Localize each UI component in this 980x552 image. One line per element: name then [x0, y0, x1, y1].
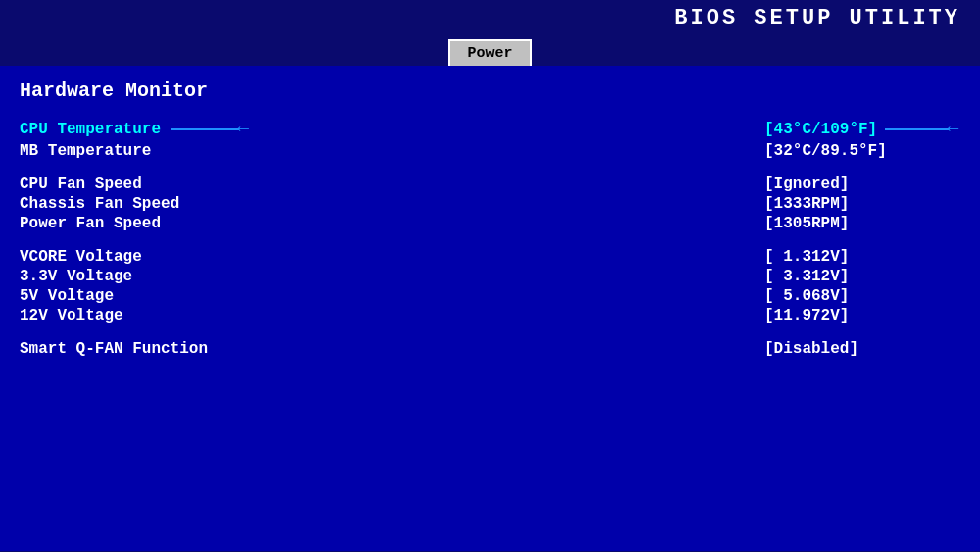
- label-arrow-icon: ←: [171, 118, 249, 140]
- tab-bar: Power: [0, 34, 980, 66]
- main-content: Hardware Monitor CPU Temperature ← [43°C…: [0, 66, 980, 551]
- cpu-temperature-row: CPU Temperature ← [43°C/109°F] ←: [20, 118, 960, 140]
- mb-temperature-label: MB Temperature: [20, 142, 353, 160]
- section-title: Hardware Monitor: [20, 79, 960, 102]
- cpu-fan-speed-label: CPU Fan Speed: [20, 176, 353, 193]
- value-arrow-icon: ←: [885, 118, 958, 140]
- vcore-voltage-row: VCORE Voltage [ 1.312V]: [20, 248, 960, 266]
- cpu-fan-speed-row: CPU Fan Speed [Ignored]: [20, 176, 960, 193]
- vcore-voltage-value: [ 1.312V]: [764, 248, 960, 266]
- spacer-1: [20, 162, 960, 174]
- spacer-2: [20, 234, 960, 246]
- smart-qfan-value: [Disabled]: [764, 340, 960, 358]
- bios-title: BIOS SETUP UTILITY: [674, 6, 960, 30]
- smart-qfan-row: Smart Q-FAN Function [Disabled]: [20, 340, 960, 358]
- chassis-fan-speed-label: Chassis Fan Speed: [20, 195, 353, 213]
- 5v-voltage-value: [ 5.068V]: [764, 287, 960, 305]
- vcore-voltage-label: VCORE Voltage: [20, 248, 353, 266]
- 5v-voltage-label: 5V Voltage: [20, 287, 353, 305]
- mb-temperature-row: MB Temperature [32°C/89.5°F]: [20, 142, 960, 160]
- 5v-voltage-row: 5V Voltage [ 5.068V]: [20, 287, 960, 305]
- cpu-fan-speed-value: [Ignored]: [764, 176, 960, 193]
- cpu-temperature-value: [43°C/109°F] ←: [764, 118, 960, 140]
- power-fan-speed-row: Power Fan Speed [1305RPM]: [20, 215, 960, 232]
- 12v-voltage-label: 12V Voltage: [20, 307, 353, 325]
- power-fan-speed-value: [1305RPM]: [764, 215, 960, 232]
- tab-power[interactable]: Power: [448, 39, 531, 66]
- power-fan-speed-label: Power Fan Speed: [20, 215, 353, 232]
- monitor-table: CPU Temperature ← [43°C/109°F] ← MB Temp…: [20, 118, 960, 358]
- 33v-voltage-row: 3.3V Voltage [ 3.312V]: [20, 268, 960, 285]
- top-header: BIOS SETUP UTILITY: [0, 0, 980, 34]
- smart-qfan-label: Smart Q-FAN Function: [20, 340, 353, 358]
- chassis-fan-speed-row: Chassis Fan Speed [1333RPM]: [20, 195, 960, 213]
- 33v-voltage-label: 3.3V Voltage: [20, 268, 353, 285]
- 12v-voltage-value: [11.972V]: [764, 307, 960, 325]
- spacer-3: [20, 326, 960, 338]
- mb-temperature-value: [32°C/89.5°F]: [764, 142, 960, 160]
- chassis-fan-speed-value: [1333RPM]: [764, 195, 960, 213]
- cpu-temperature-label: CPU Temperature ←: [20, 118, 353, 140]
- 33v-voltage-value: [ 3.312V]: [764, 268, 960, 285]
- 12v-voltage-row: 12V Voltage [11.972V]: [20, 307, 960, 325]
